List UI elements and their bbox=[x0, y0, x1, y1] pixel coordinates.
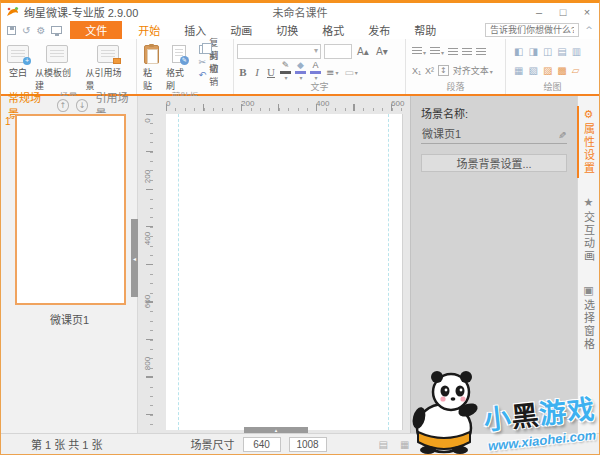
scene-page[interactable] bbox=[166, 114, 403, 430]
slide-thumbnail[interactable] bbox=[15, 114, 126, 305]
file-menu-button[interactable]: 文件 bbox=[70, 20, 122, 40]
tell-me-search-input[interactable] bbox=[485, 23, 579, 37]
canvas-area[interactable]: 0 200 400 600 0 200 400 600 800 ▴ bbox=[138, 96, 410, 433]
slide-label: 微课页1 bbox=[1, 311, 138, 327]
pen-icon: ✎ bbox=[282, 61, 290, 70]
undo-button[interactable]: ↶ 撤销 bbox=[199, 69, 226, 81]
preview-icon[interactable] bbox=[51, 26, 62, 34]
menu-bar: ↺ ⚙ 文件 开始 插入 动画 切换 格式 发布 帮助 ^ bbox=[1, 21, 599, 39]
tab-selection-pane[interactable]: ▣ 选择窗格 bbox=[578, 282, 599, 354]
maximize-button[interactable]: □ bbox=[551, 4, 575, 20]
new-from-template-button[interactable]: 从模板创建 bbox=[32, 42, 83, 92]
new-blank-scene-button[interactable]: + 空白 bbox=[4, 42, 32, 79]
fill-icon: ◆ bbox=[297, 61, 304, 70]
undo-icon[interactable]: ↺ bbox=[22, 25, 30, 36]
font-family-select[interactable] bbox=[237, 44, 321, 59]
pane-icon: ▣ bbox=[583, 285, 593, 296]
slide-number: 1 bbox=[5, 116, 11, 127]
grow-font-icon[interactable]: A▴ bbox=[355, 46, 371, 57]
align-center-icon[interactable] bbox=[462, 48, 472, 56]
connect-object-icon[interactable]: ▥ bbox=[572, 46, 581, 57]
tab-transition[interactable]: 切换 bbox=[264, 20, 310, 40]
gear-icon: ⚙ bbox=[584, 109, 594, 120]
star-icon: ★ bbox=[584, 197, 594, 208]
scene-name-label: 场景名称: bbox=[421, 105, 567, 121]
horizontal-ruler: 0 200 400 600 bbox=[156, 99, 408, 112]
font-size-input[interactable] bbox=[324, 44, 352, 59]
distribute-objects-icon[interactable]: ▧ bbox=[528, 65, 537, 76]
align-text-button[interactable]: 对齐文本 bbox=[453, 64, 493, 77]
text-group-label: 文字 bbox=[234, 82, 405, 94]
blank-scene-icon: + bbox=[7, 45, 29, 63]
scene-height-input[interactable] bbox=[289, 437, 327, 452]
scene-size-label: 场景尺寸 bbox=[191, 436, 235, 452]
paste-button[interactable]: 粘贴 bbox=[140, 42, 163, 92]
publish-scene-icon[interactable]: ▥ bbox=[421, 439, 430, 450]
shrink-font-icon[interactable]: A▾ bbox=[374, 46, 390, 57]
panel-splitter[interactable]: ◂ bbox=[131, 219, 138, 297]
ribbon: + 空白 从模板创建 从引用场景 场景 粘贴 bbox=[1, 39, 599, 96]
format-painter-icon: ✎ bbox=[172, 45, 186, 63]
group-objects-icon[interactable]: ▨ bbox=[543, 65, 552, 76]
scene-list-panel: 常规场景 ↑ ↓ 引用场景 1 微课页1 bbox=[1, 96, 138, 433]
bullet-list-icon bbox=[412, 47, 422, 55]
font-color-button[interactable]: A bbox=[309, 61, 322, 83]
insert-scene-icon[interactable]: ▤ bbox=[379, 439, 388, 450]
align-objects-icon[interactable]: ▦ bbox=[514, 65, 523, 76]
new-from-reference-button[interactable]: 从引用场景 bbox=[83, 42, 134, 92]
scene-width-input[interactable] bbox=[243, 437, 281, 452]
document-title: 未命名课件 bbox=[1, 4, 599, 20]
tab-publish[interactable]: 发布 bbox=[356, 20, 402, 40]
tab-help[interactable]: 帮助 bbox=[402, 20, 448, 40]
subscript-button[interactable]: X₁ bbox=[412, 66, 421, 76]
order-objects-icon[interactable]: ▱ bbox=[572, 65, 580, 76]
minimize-button[interactable]: – bbox=[527, 4, 551, 20]
line-spacing-button[interactable]: ≡ bbox=[324, 67, 340, 78]
vertical-ruler: 0 200 400 600 800 bbox=[141, 114, 154, 433]
save-icon[interactable] bbox=[7, 26, 16, 35]
bold-button[interactable]: B bbox=[237, 66, 249, 78]
fill-color-button[interactable]: ◆ bbox=[294, 61, 307, 83]
bring-forward-icon[interactable]: ◧ bbox=[514, 46, 523, 57]
close-button[interactable]: × bbox=[575, 4, 599, 20]
horizontal-splitter[interactable]: ▴ bbox=[244, 427, 308, 433]
text-direction-icon[interactable]: ↕ bbox=[438, 65, 449, 76]
send-backward-icon[interactable]: ◨ bbox=[528, 46, 537, 57]
underline-button[interactable]: U bbox=[265, 66, 277, 78]
highlight-color-button[interactable]: ✎ bbox=[279, 61, 292, 83]
character-border-button[interactable]: ▭ bbox=[342, 67, 359, 78]
tab-format[interactable]: 格式 bbox=[310, 20, 356, 40]
bullet-list-button[interactable] bbox=[412, 47, 426, 57]
scene-name-value: 微课页1 bbox=[422, 125, 461, 141]
paragraph-group: X₁ X² ↕ 对齐文本 段落 bbox=[406, 39, 506, 94]
drawing-group-label: 绘图 bbox=[506, 82, 599, 94]
title-bar: 绚星微课-专业版 2.9.00 未命名课件 – □ × bbox=[1, 3, 599, 21]
edit-pencil-icon[interactable]: ✎ bbox=[558, 130, 566, 141]
tab-property-settings[interactable]: ⚙ 属性设置 bbox=[578, 106, 599, 178]
rotate-object-icon[interactable]: ◫ bbox=[543, 46, 552, 57]
drawing-group: ◧ ◨ ◫ ▤ ▥ ▦ ▧ ▨ ▩ ▱ 绘图 bbox=[506, 39, 599, 94]
reference-scene-icon bbox=[97, 45, 119, 63]
collapse-ribbon-icon[interactable]: ^ bbox=[579, 25, 599, 35]
tab-interactive-animation[interactable]: ★ 交互动画 bbox=[578, 194, 599, 266]
tab-home[interactable]: 开始 bbox=[126, 20, 172, 40]
text-group: A▴ A▾ B I U ✎ ◆ A ≡ ▭ 文字 bbox=[234, 39, 406, 94]
format-painter-button[interactable]: ✎ 格式刷 bbox=[163, 42, 195, 92]
preview-scene-icon[interactable]: ▦ bbox=[400, 439, 409, 450]
align-right-icon[interactable] bbox=[476, 48, 486, 56]
move-scene-up-icon[interactable]: ↑ bbox=[57, 99, 69, 112]
numbered-list-icon bbox=[430, 47, 440, 55]
ungroup-objects-icon[interactable]: ▩ bbox=[557, 65, 566, 76]
italic-button[interactable]: I bbox=[251, 66, 263, 78]
flip-object-icon[interactable]: ▤ bbox=[557, 46, 566, 57]
move-scene-down-icon[interactable]: ↓ bbox=[76, 99, 88, 112]
scene-background-button[interactable]: 场景背景设置... bbox=[421, 154, 567, 172]
numbered-list-button[interactable] bbox=[430, 47, 444, 57]
superscript-button[interactable]: X² bbox=[425, 66, 434, 76]
copy-icon bbox=[199, 45, 207, 54]
scene-name-field[interactable]: 微课页1 ✎ bbox=[421, 121, 567, 144]
properties-panel: 场景名称: 微课页1 ✎ 场景背景设置... bbox=[410, 96, 577, 433]
align-left-icon[interactable] bbox=[448, 48, 458, 56]
settings-icon[interactable]: ⚙ bbox=[36, 25, 45, 36]
scene-group: + 空白 从模板创建 从引用场景 场景 bbox=[1, 39, 137, 94]
